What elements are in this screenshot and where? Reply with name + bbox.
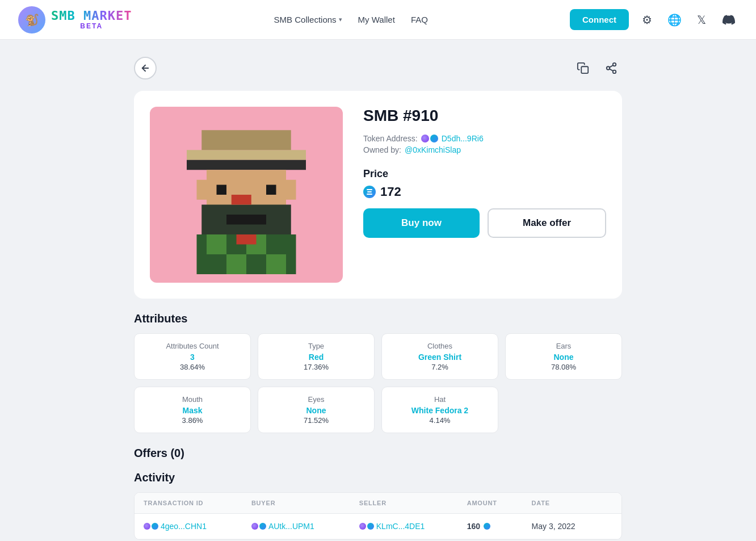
- attr-pct-5: 71.52%: [266, 416, 366, 425]
- attr-label-2: Clothes: [390, 342, 490, 350]
- svg-rect-22: [246, 254, 266, 274]
- attr-value-6: White Fedora 2: [390, 406, 490, 415]
- make-offer-button[interactable]: Make offer: [488, 208, 606, 238]
- top-action-icons: [572, 57, 622, 79]
- svg-rect-19: [266, 234, 286, 254]
- logo-beta: BETA: [51, 23, 132, 30]
- connect-button[interactable]: Connect: [570, 9, 629, 30]
- td-buyer: AUtk...UPM1: [251, 522, 359, 531]
- main-content: SMB #910 Token Address: D5dh...9Ri6 Owne…: [123, 40, 633, 541]
- owner-value[interactable]: @0xKimchiSlap: [405, 145, 461, 154]
- th-buyer: BUYER: [251, 500, 359, 506]
- th-tx-id: TRANSACTION ID: [144, 500, 251, 506]
- attributes-section: Attributes Attributes Count 3 38.64% Typ…: [134, 312, 622, 433]
- attr-label-3: Ears: [514, 342, 614, 350]
- attr-value-5: None: [266, 406, 366, 415]
- td-amount: 160: [467, 522, 532, 531]
- svg-rect-26: [286, 180, 296, 200]
- svg-rect-12: [266, 185, 276, 195]
- sol-icon-2: [430, 135, 438, 142]
- th-amount: AMOUNT: [467, 500, 532, 506]
- attr-card-2: Clothes Green Shirt 7.2%: [381, 333, 498, 380]
- token-info: Token Address: D5dh...9Ri6 Owned by: @0x…: [363, 134, 606, 154]
- th-seller: SELLER: [359, 500, 467, 506]
- attr-card-1: Type Red 17.36%: [258, 333, 375, 380]
- attr-card-4: Mouth Mask 3.86%: [134, 387, 251, 433]
- td-date: May 3, 2022: [532, 522, 612, 531]
- attributes-grid-row1: Attributes Count 3 38.64% Type Red 17.36…: [134, 333, 622, 380]
- attr-value-1: Red: [266, 353, 366, 362]
- svg-rect-13: [232, 195, 251, 205]
- attributes-grid-row2: Mouth Mask 3.86% Eyes None 71.52% Hat Wh…: [134, 387, 622, 433]
- attr-value-4: Mask: [142, 406, 242, 415]
- svg-rect-16: [207, 234, 226, 254]
- nft-title: SMB #910: [363, 107, 606, 125]
- price-section: Price 172 Buy now Make offer: [363, 168, 606, 238]
- svg-rect-7: [201, 130, 291, 150]
- attr-card-3: Ears None 78.08%: [505, 333, 622, 380]
- table-header: TRANSACTION ID BUYER SELLER AMOUNT DATE: [135, 493, 621, 514]
- attr-label-5: Eyes: [266, 395, 366, 404]
- solana-icons: [421, 135, 438, 142]
- copy-icon[interactable]: [572, 57, 594, 79]
- svg-rect-25: [197, 180, 207, 200]
- attr-card-0: Attributes Count 3 38.64%: [134, 333, 251, 380]
- chevron-down-icon: ▾: [339, 16, 342, 23]
- back-button[interactable]: [134, 57, 157, 79]
- token-address-label: Token Address:: [363, 134, 418, 143]
- offers-title: Offers (0): [134, 447, 622, 460]
- attr-pct-6: 4.14%: [390, 416, 490, 425]
- svg-line-5: [610, 65, 613, 68]
- owned-by-label: Owned by:: [363, 145, 401, 154]
- th-date: DATE: [532, 500, 612, 506]
- attr-value-2: Green Shirt: [390, 353, 490, 362]
- owner-row: Owned by: @0xKimchiSlap: [363, 145, 606, 154]
- header: 🐒 SMB MARKET BETA SMB Collections ▾ My W…: [0, 0, 756, 40]
- attr-value-0: 3: [142, 353, 242, 362]
- svg-rect-24: [237, 234, 257, 245]
- buy-now-button[interactable]: Buy now: [363, 208, 480, 238]
- attr-pct-2: 7.2%: [390, 363, 490, 371]
- svg-rect-20: [207, 254, 226, 274]
- table-row: 4geo...CHN1 AUtk...UPM1 KLmC...4DE1: [135, 514, 621, 539]
- header-right: Connect ⚙ 🌐 𝕏: [570, 9, 738, 30]
- logo-title: SMB MARKET: [51, 9, 132, 23]
- offers-section: Offers (0): [134, 447, 622, 460]
- sol-price-icon: [363, 186, 376, 198]
- logo-area: 🐒 SMB MARKET BETA: [18, 6, 132, 33]
- nav-my-wallet[interactable]: My Wallet: [358, 15, 395, 24]
- attr-label-1: Type: [266, 342, 366, 350]
- attr-pct-1: 17.36%: [266, 363, 366, 371]
- activity-section: Activity TRANSACTION ID BUYER SELLER AMO…: [134, 471, 622, 540]
- discord-icon[interactable]: [720, 11, 738, 29]
- share-icon[interactable]: [600, 57, 622, 79]
- attr-pct-0: 38.64%: [142, 363, 242, 371]
- attr-card-5: Eyes None 71.52%: [258, 387, 375, 433]
- nav-faq[interactable]: FAQ: [411, 15, 428, 24]
- logo-icon: 🐒: [18, 6, 45, 33]
- attr-pct-3: 78.08%: [514, 363, 614, 371]
- nav: SMB Collections ▾ My Wallet FAQ: [150, 15, 552, 24]
- td-seller: KLmC...4DE1: [359, 522, 467, 531]
- globe-icon[interactable]: 🌐: [665, 11, 683, 29]
- nav-smb-collections[interactable]: SMB Collections ▾: [274, 15, 342, 24]
- price-value: 172: [363, 184, 606, 199]
- svg-rect-23: [266, 254, 286, 274]
- attributes-title: Attributes: [134, 312, 622, 325]
- attr-card-6: Hat White Fedora 2 4.14%: [381, 387, 498, 433]
- attr-pct-4: 3.86%: [142, 416, 242, 425]
- td-tx-id: 4geo...CHN1: [144, 522, 251, 531]
- nft-image: [150, 107, 343, 283]
- token-address-value[interactable]: D5dh...9Ri6: [442, 134, 484, 143]
- svg-line-4: [610, 69, 613, 71]
- svg-rect-14: [226, 215, 266, 225]
- settings-icon[interactable]: ⚙: [638, 11, 656, 29]
- top-bar: [134, 57, 622, 79]
- price-number: 172: [380, 184, 401, 199]
- price-label: Price: [363, 168, 606, 180]
- sol-icon-1: [421, 135, 429, 142]
- svg-rect-21: [226, 254, 246, 274]
- attr-label-6: Hat: [390, 395, 490, 404]
- twitter-icon[interactable]: 𝕏: [692, 11, 711, 29]
- action-buttons: Buy now Make offer: [363, 208, 606, 238]
